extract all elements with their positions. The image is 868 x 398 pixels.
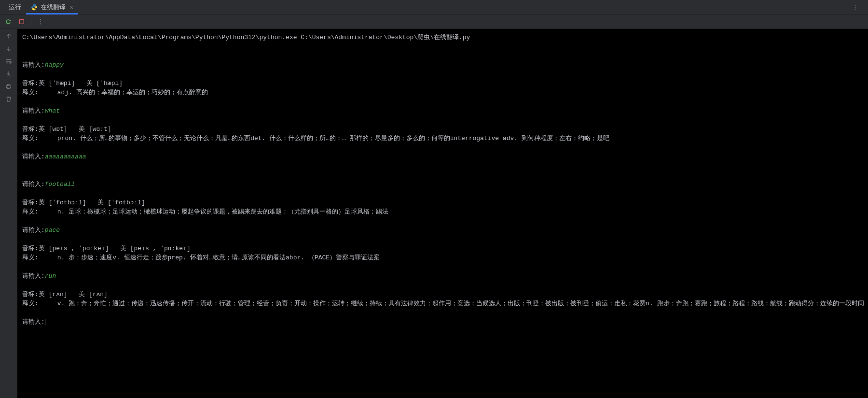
svg-point-1 (40, 19, 41, 20)
svg-rect-0 (20, 19, 24, 24)
svg-point-2 (40, 21, 41, 22)
python-file-icon (31, 4, 38, 11)
run-tool-label: 运行 (4, 3, 26, 12)
run-toolbar (0, 14, 868, 29)
tab-bar: 运行 在线翻译 × ⋮ (0, 0, 868, 14)
close-icon[interactable]: × (69, 3, 73, 11)
rerun-icon[interactable] (4, 17, 13, 26)
content-area: C:\Users\Administrator\AppData\Local\Pro… (0, 29, 868, 398)
soft-wrap-icon[interactable] (4, 57, 13, 66)
trash-icon[interactable] (4, 95, 13, 103)
svg-point-3 (40, 23, 41, 24)
tab-label: 在线翻译 (41, 3, 66, 12)
up-arrow-icon[interactable] (4, 32, 13, 41)
console-output[interactable]: C:\Users\Administrator\AppData\Local\Pro… (17, 29, 868, 398)
scroll-to-end-icon[interactable] (4, 70, 13, 78)
console-side-toolbar (0, 29, 17, 398)
stop-icon[interactable] (17, 17, 26, 26)
more-options-icon[interactable]: ⋮ (847, 3, 864, 11)
more-actions-icon[interactable] (36, 17, 45, 26)
down-arrow-icon[interactable] (4, 44, 13, 53)
tab-online-translate[interactable]: 在线翻译 × (26, 0, 78, 14)
print-icon[interactable] (4, 82, 13, 91)
toolbar-separator (31, 17, 31, 26)
